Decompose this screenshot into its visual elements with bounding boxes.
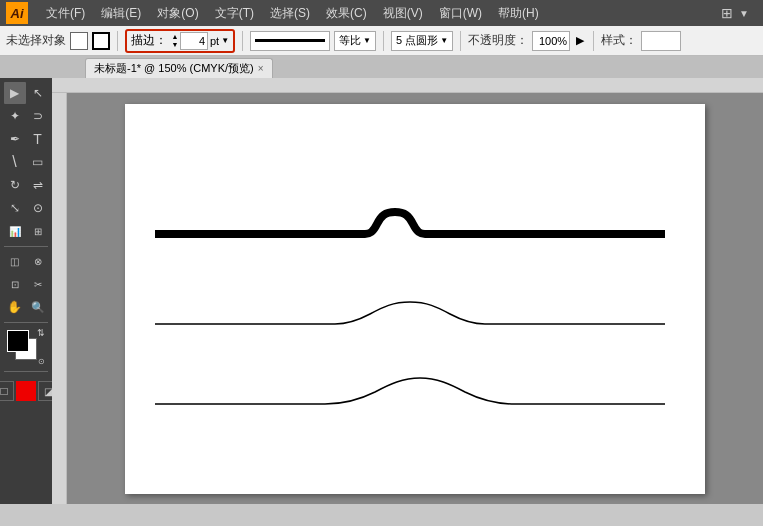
gradient-tool-btn[interactable]: ◫	[4, 250, 26, 272]
opacity-input[interactable]	[532, 31, 570, 51]
menu-effect[interactable]: 效果(C)	[318, 3, 375, 24]
stroke-control-group: 描边： ▲ ▼ pt ▼	[125, 29, 235, 53]
canvas[interactable]	[67, 93, 763, 504]
graph-tool-btn[interactable]: 📊	[4, 220, 26, 242]
tool-row-7: 📊 ⊞	[4, 220, 49, 242]
fill-color-btn[interactable]	[16, 381, 36, 401]
mesh-tool-btn[interactable]: ⊞	[27, 220, 49, 242]
direct-selection-tool-btn[interactable]: ↖	[27, 82, 49, 104]
warp-tool-btn[interactable]: ⊙	[27, 197, 49, 219]
stroke-unit-label: pt	[210, 35, 219, 47]
point-shape-label: 5 点圆形	[396, 33, 438, 48]
stroke-down-arrow[interactable]: ▼	[170, 41, 180, 49]
style-label: 样式：	[601, 32, 637, 49]
slice-tool-btn[interactable]: ✂	[27, 273, 49, 295]
stroke-swatch-btn[interactable]	[92, 32, 110, 50]
reflect-tool-btn[interactable]: ⇌	[27, 174, 49, 196]
separator-1	[117, 31, 118, 51]
swap-colors-btn[interactable]: ⇅	[37, 328, 45, 338]
point-shape-dropdown-arrow-icon: ▼	[440, 36, 448, 45]
tab-bar: 未标题-1* @ 150% (CMYK/预览) ×	[0, 56, 763, 78]
tool-row-3: ✒ T	[4, 128, 49, 150]
scale-dropdown[interactable]: 等比 ▼	[334, 31, 376, 51]
stroke-up-arrow[interactable]: ▲	[170, 33, 180, 41]
rectangle-tool-btn[interactable]: ▭	[27, 151, 49, 173]
fill-none-btn[interactable]: □	[0, 381, 14, 401]
scale-label: 等比	[339, 33, 361, 48]
selection-tool-btn[interactable]: ▶	[4, 82, 26, 104]
artboard-tool-btn[interactable]: ⊡	[4, 273, 26, 295]
stroke-label: 描边：	[131, 32, 167, 49]
menu-file[interactable]: 文件(F)	[38, 3, 93, 24]
blend-tool-btn[interactable]: ⊗	[27, 250, 49, 272]
artwork-svg	[125, 104, 705, 494]
fill-swatch[interactable]	[70, 32, 88, 50]
tool-row-1: ▶ ↖	[4, 82, 49, 104]
tool-row-10: ✋ 🔍	[4, 296, 49, 318]
tool-separator-2	[4, 322, 48, 323]
ruler-left	[52, 93, 67, 504]
menu-object[interactable]: 对象(O)	[149, 3, 206, 24]
ruler-top	[52, 78, 763, 93]
no-selection-label: 未选择对象	[6, 32, 66, 49]
separator-4	[460, 31, 461, 51]
style-preview[interactable]	[641, 31, 681, 51]
path-line-1	[155, 212, 665, 234]
title-bar: Ai 文件(F) 编辑(E) 对象(O) 文字(T) 选择(S) 效果(C) 视…	[0, 0, 763, 26]
zoom-tool-btn[interactable]: 🔍	[27, 296, 49, 318]
lasso-tool-btn[interactable]: ⊃	[27, 105, 49, 127]
menu-view[interactable]: 视图(V)	[375, 3, 431, 24]
opacity-label: 不透明度：	[468, 32, 528, 49]
menu-select[interactable]: 选择(S)	[262, 3, 318, 24]
grid-icon[interactable]: ⊞	[721, 5, 733, 21]
toolbox: ▶ ↖ ✦ ⊃ ✒ T \ ▭ ↻ ⇌ ⤡ ⊙ 📊 ⊞	[0, 78, 52, 504]
artboard	[125, 104, 705, 494]
opacity-arrow-icon[interactable]: ▶	[576, 34, 584, 47]
canvas-area	[52, 78, 763, 504]
type-tool-btn[interactable]: T	[27, 128, 49, 150]
scale-dropdown-arrow-icon: ▼	[363, 36, 371, 45]
tool-row-8: ◫ ⊗	[4, 250, 49, 272]
hand-tool-btn[interactable]: ✋	[4, 296, 26, 318]
line-style-preview[interactable]	[250, 31, 330, 51]
tool-separator-1	[4, 246, 48, 247]
tool-row-2: ✦ ⊃	[4, 105, 49, 127]
tab-title: 未标题-1* @ 150% (CMYK/预览)	[94, 61, 254, 76]
main-area: ▶ ↖ ✦ ⊃ ✒ T \ ▭ ↻ ⇌ ⤡ ⊙ 📊 ⊞	[0, 78, 763, 504]
menu-window[interactable]: 窗口(W)	[431, 3, 490, 24]
stroke-dropdown-arrow[interactable]: ▼	[221, 36, 229, 45]
separator-2	[242, 31, 243, 51]
scale-tool-btn[interactable]: ⤡	[4, 197, 26, 219]
dropdown-arrow-icon[interactable]: ▼	[739, 8, 749, 19]
magic-wand-tool-btn[interactable]: ✦	[4, 105, 26, 127]
menu-help[interactable]: 帮助(H)	[490, 3, 547, 24]
tool-row-9: ⊡ ✂	[4, 273, 49, 295]
rotate-tool-btn[interactable]: ↻	[4, 174, 26, 196]
path-line-2	[155, 302, 665, 324]
ai-icon: Ai	[6, 2, 28, 24]
bottom-icons: □ ◪	[0, 381, 58, 401]
point-shape-dropdown[interactable]: 5 点圆形 ▼	[391, 31, 453, 51]
tool-row-4: \ ▭	[4, 151, 49, 173]
stroke-value-input[interactable]	[180, 32, 208, 50]
reset-colors-btn[interactable]: ⊙	[38, 357, 45, 366]
menu-edit[interactable]: 编辑(E)	[93, 3, 149, 24]
foreground-color-swatch[interactable]	[7, 330, 29, 352]
separator-5	[593, 31, 594, 51]
color-swatches: ⇅ ⊙	[7, 330, 45, 364]
pen-tool-btn[interactable]: ✒	[4, 128, 26, 150]
separator-3	[383, 31, 384, 51]
tool-row-5: ↻ ⇌	[4, 174, 49, 196]
menu-type[interactable]: 文字(T)	[207, 3, 262, 24]
control-toolbar: 未选择对象 描边： ▲ ▼ pt ▼ 等比 ▼ 5 点圆形 ▼ 不透明度： ▶	[0, 26, 763, 56]
tool-separator-3	[4, 371, 48, 372]
tool-row-6: ⤡ ⊙	[4, 197, 49, 219]
tab-close-btn[interactable]: ×	[258, 63, 264, 74]
line-tool-btn[interactable]: \	[4, 151, 26, 173]
stroke-spinners[interactable]: ▲ ▼	[170, 33, 180, 49]
path-line-3	[155, 378, 665, 404]
document-tab[interactable]: 未标题-1* @ 150% (CMYK/预览) ×	[85, 58, 273, 78]
